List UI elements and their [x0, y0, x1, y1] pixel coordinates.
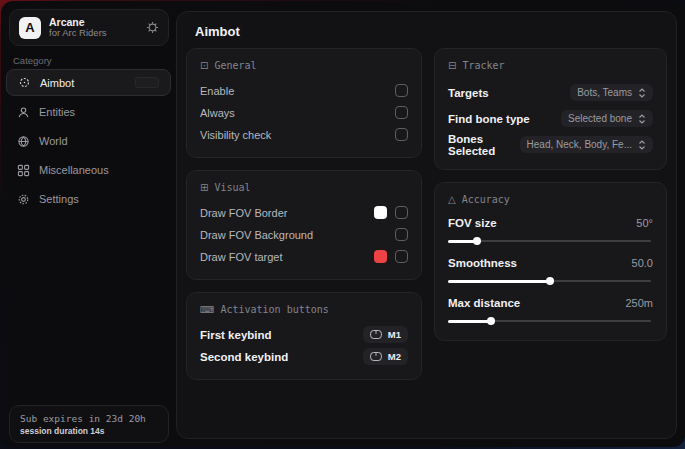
keybind-value: M2 — [388, 351, 401, 362]
first-keybind-button[interactable]: M1 — [363, 326, 408, 343]
tracker-card-title: Tracker — [462, 60, 504, 71]
setting-label: Find bone type — [448, 113, 530, 125]
sidebar-item-miscellaneous[interactable]: Miscellaneous — [6, 157, 171, 183]
session-duration-text: session duration 14s — [20, 426, 158, 436]
accuracy-card: △ Accuracy FOV size 50° — [434, 182, 667, 341]
general-card-header: ⊡ General — [200, 60, 408, 71]
setting-row-visibility-check: Visibility check — [200, 124, 408, 145]
sidebar-item-label: Miscellaneous — [39, 164, 109, 176]
setting-label: First keybind — [200, 329, 272, 341]
page-title: Aimbot — [195, 24, 676, 39]
chevron-up-down-icon — [638, 140, 646, 150]
setting-row-fov-target: Draw FOV target — [200, 246, 408, 267]
general-card: ⊡ General Enable Always Visibility check — [186, 48, 422, 158]
sidebar-item-label: World — [39, 135, 68, 147]
grid-icon — [17, 164, 30, 177]
gear-icon — [17, 193, 30, 206]
category-label: Category — [13, 55, 52, 66]
tracker-card: ⊟ Tracker Targets Bots, Teams — [434, 48, 667, 170]
visibility-check-checkbox[interactable] — [395, 128, 408, 141]
sidebar: A Arcane for Arc Riders Category — [1, 1, 176, 447]
app-meta: Arcane for Arc Riders — [49, 16, 138, 39]
gear-icon[interactable] — [146, 21, 159, 34]
setting-row-bones-selected: Bones Selected Head, Neck, Body, Fe... — [448, 132, 653, 157]
setting-label: Smoothness — [448, 257, 517, 269]
general-card-title: General — [214, 60, 256, 71]
crosshair-icon — [18, 76, 31, 89]
slider-fill — [448, 320, 491, 323]
app-window: A Arcane for Arc Riders Category — [1, 1, 685, 447]
setting-value: 50.0 — [632, 257, 653, 269]
mouse-icon — [370, 352, 382, 361]
setting-row-second-keybind: Second keybind M2 — [200, 346, 408, 367]
tracker-icon: ⊟ — [448, 60, 456, 71]
globe-icon — [17, 135, 30, 148]
second-keybind-button[interactable]: M2 — [363, 348, 408, 365]
keybind-value: M1 — [388, 329, 401, 340]
setting-label: Targets — [448, 87, 489, 99]
visual-card: ⊞ Visual Draw FOV Border Draw FOV Backgr… — [186, 170, 422, 280]
visual-card-title: Visual — [214, 182, 250, 193]
accuracy-card-header: △ Accuracy — [448, 194, 653, 205]
sidebar-item-aimbot[interactable]: Aimbot — [6, 69, 171, 96]
setting-row-enable: Enable — [200, 80, 408, 101]
slider-knob[interactable] — [473, 237, 481, 245]
general-icon: ⊡ — [200, 60, 208, 71]
setting-label: Draw FOV Border — [200, 207, 287, 219]
visual-card-header: ⊞ Visual — [200, 182, 408, 193]
setting-row-smoothness: Smoothness 50.0 — [448, 254, 653, 288]
fov-size-slider[interactable] — [448, 234, 653, 248]
app-header-card: A Arcane for Arc Riders — [9, 9, 169, 46]
main-panel: Aimbot ⊡ General Enable Always — [176, 11, 677, 439]
chevron-up-down-icon — [638, 88, 646, 98]
setting-row-fov-size: FOV size 50° — [448, 214, 653, 248]
activation-card-header: ⌨ Activation buttons — [200, 304, 408, 315]
slider-knob[interactable] — [487, 317, 495, 325]
tracker-card-header: ⊟ Tracker — [448, 60, 653, 71]
setting-label: Bones Selected — [448, 133, 520, 157]
setting-row-targets: Targets Bots, Teams — [448, 80, 653, 105]
find-bone-type-dropdown[interactable]: Selected bone — [561, 110, 653, 127]
accuracy-icon: △ — [448, 194, 456, 205]
sidebar-item-world[interactable]: World — [6, 128, 171, 154]
accuracy-card-title: Accuracy — [462, 194, 510, 205]
keybind-badge — [135, 77, 159, 88]
app-subtitle: for Arc Riders — [49, 28, 138, 39]
setting-row-max-distance: Max distance 250m — [448, 294, 653, 328]
fov-target-checkbox[interactable] — [395, 250, 408, 263]
smoothness-slider[interactable] — [448, 274, 653, 288]
setting-label: Enable — [200, 85, 234, 97]
setting-label: Visibility check — [200, 129, 271, 141]
fov-border-color-swatch[interactable] — [374, 206, 387, 219]
chevron-up-down-icon — [638, 114, 646, 124]
fov-border-checkbox[interactable] — [395, 206, 408, 219]
setting-row-fov-background: Draw FOV Background — [200, 224, 408, 245]
setting-value: 250m — [625, 297, 653, 309]
sidebar-item-entities[interactable]: Entities — [6, 99, 171, 125]
app-logo: A — [19, 17, 41, 39]
subscription-info-card: Sub expires in 23d 20h session duration … — [9, 405, 169, 443]
bones-selected-dropdown[interactable]: Head, Neck, Body, Fe... — [520, 136, 653, 153]
activation-buttons-card: ⌨ Activation buttons First keybind — [186, 292, 422, 380]
slider-knob[interactable] — [546, 277, 554, 285]
setting-row-fov-border: Draw FOV Border — [200, 202, 408, 223]
activation-card-title: Activation buttons — [220, 304, 328, 315]
entities-icon — [17, 106, 30, 119]
keyboard-icon: ⌨ — [200, 304, 214, 315]
enable-checkbox[interactable] — [395, 84, 408, 97]
always-checkbox[interactable] — [395, 106, 408, 119]
sidebar-item-settings[interactable]: Settings — [6, 186, 171, 212]
sidebar-item-label: Settings — [39, 193, 79, 205]
sidebar-nav: Aimbot Entities — [6, 69, 171, 215]
setting-label: Draw FOV Background — [200, 229, 313, 241]
setting-value: 50° — [636, 217, 653, 229]
setting-label: Always — [200, 107, 235, 119]
setting-label: FOV size — [448, 217, 497, 229]
dropdown-value: Bots, Teams — [577, 87, 632, 98]
sidebar-item-label: Entities — [39, 106, 75, 118]
max-distance-slider[interactable] — [448, 314, 653, 328]
fov-target-color-swatch[interactable] — [374, 250, 387, 263]
fov-background-checkbox[interactable] — [395, 228, 408, 241]
targets-dropdown[interactable]: Bots, Teams — [570, 84, 653, 101]
mouse-icon — [370, 330, 382, 339]
